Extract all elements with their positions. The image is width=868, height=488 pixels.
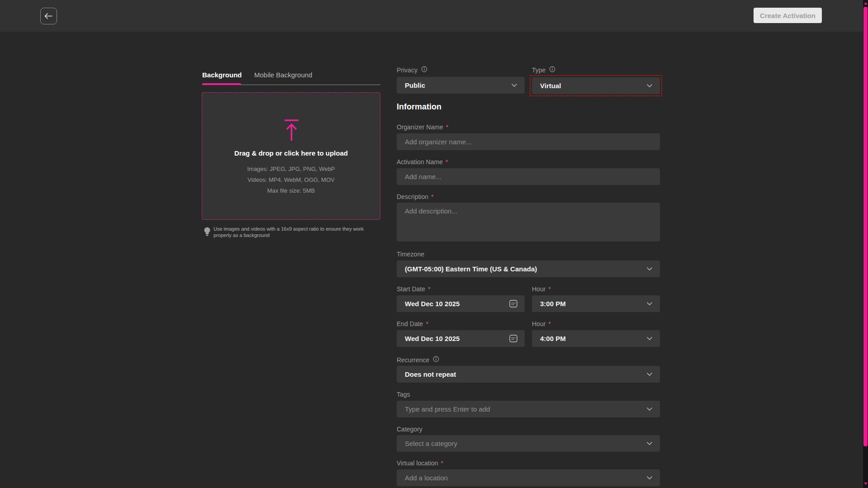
information-section-title: Information xyxy=(397,102,441,112)
chevron-down-icon xyxy=(646,336,653,341)
start-date-label: Start Date * xyxy=(397,285,430,293)
required-marker: * xyxy=(426,320,428,327)
privacy-label: Privacy xyxy=(397,66,427,74)
end-hour-label: Hour * xyxy=(532,320,551,327)
description-textarea[interactable] xyxy=(397,203,660,242)
scrollbar-thumb[interactable] xyxy=(863,7,868,446)
tab-background[interactable]: Background xyxy=(202,71,242,79)
aspect-ratio-tip: Use images and videos with a 16x9 aspect… xyxy=(204,226,375,239)
upload-images-formats: Images: JPEG, JPG, PNG, WebP xyxy=(202,166,380,172)
create-activation-page: Create Activation Background Mobile Back… xyxy=(0,0,868,488)
activation-name-label: Activation Name * xyxy=(397,158,448,166)
chevron-down-icon xyxy=(646,267,653,271)
end-date-picker[interactable]: Wed Dec 10 2025 xyxy=(397,330,525,347)
organizer-name-label: Organizer Name * xyxy=(397,123,448,131)
vertical-scrollbar[interactable] xyxy=(863,0,868,488)
recurrence-select[interactable]: Does not repeat xyxy=(397,366,660,383)
category-label: Category xyxy=(397,425,422,433)
required-marker: * xyxy=(446,123,448,131)
start-hour-label: Hour * xyxy=(532,285,551,293)
active-tab-underline xyxy=(202,83,241,85)
virtual-location-label: Virtual location * xyxy=(397,459,443,467)
category-select[interactable]: Select a category xyxy=(397,435,660,452)
calendar-icon xyxy=(509,300,517,308)
required-marker: * xyxy=(428,285,430,293)
info-icon[interactable] xyxy=(421,66,427,74)
chevron-down-icon xyxy=(511,83,517,87)
activation-name-input[interactable] xyxy=(397,168,660,185)
arrow-left-icon xyxy=(44,13,53,19)
back-button[interactable] xyxy=(40,8,57,24)
required-marker: * xyxy=(548,285,550,293)
upload-dropzone[interactable]: Drag & drop or click here to upload Imag… xyxy=(202,92,380,220)
privacy-select[interactable]: Public xyxy=(397,77,525,94)
chevron-down-icon xyxy=(646,407,653,411)
required-marker: * xyxy=(548,320,550,327)
topbar: Create Activation xyxy=(0,0,868,32)
organizer-name-input[interactable] xyxy=(397,133,660,150)
scrollbar-down-arrow[interactable] xyxy=(864,483,868,485)
tip-text: Use images and videos with a 16x9 aspect… xyxy=(213,226,373,239)
required-marker: * xyxy=(431,193,433,200)
required-marker: * xyxy=(441,460,443,467)
required-marker: * xyxy=(446,158,448,166)
start-hour-select[interactable]: 3:00 PM xyxy=(532,295,660,312)
info-icon[interactable] xyxy=(433,356,439,364)
chevron-down-icon xyxy=(646,441,653,445)
recurrence-label: Recurrence xyxy=(397,356,439,364)
start-date-picker[interactable]: Wed Dec 10 2025 xyxy=(397,295,525,312)
chevron-down-icon xyxy=(646,302,653,306)
create-activation-button[interactable]: Create Activation xyxy=(754,8,822,23)
tags-label: Tags xyxy=(397,390,410,398)
timezone-label: Timezone xyxy=(397,250,424,258)
tab-mobile-background[interactable]: Mobile Background xyxy=(254,71,312,79)
end-date-label: End Date * xyxy=(397,320,428,327)
info-icon[interactable] xyxy=(549,66,555,74)
lightbulb-icon xyxy=(204,227,211,239)
upload-arrow-icon xyxy=(283,119,300,144)
end-hour-select[interactable]: 4:00 PM xyxy=(532,330,660,347)
timezone-select[interactable]: (GMT-05:00) Eastern Time (US & Canada) xyxy=(397,261,660,277)
chevron-down-icon xyxy=(646,476,653,480)
scrollbar-up-arrow[interactable] xyxy=(864,2,868,5)
virtual-location-select[interactable]: Add a location xyxy=(397,469,660,486)
tags-input[interactable]: Type and press Enter to add xyxy=(397,401,660,417)
upload-max-size: Max file size: 5MB xyxy=(202,187,380,194)
type-select[interactable]: Virtual xyxy=(532,77,660,94)
description-label: Description * xyxy=(397,193,433,200)
calendar-icon xyxy=(509,335,517,342)
upload-title: Drag & drop or click here to upload xyxy=(202,149,380,157)
upload-videos-formats: Videos: MP4, WebM, OGG, MOV xyxy=(202,176,380,183)
type-label: Type xyxy=(532,66,555,74)
chevron-down-icon xyxy=(646,372,653,376)
chevron-down-icon xyxy=(646,84,653,88)
